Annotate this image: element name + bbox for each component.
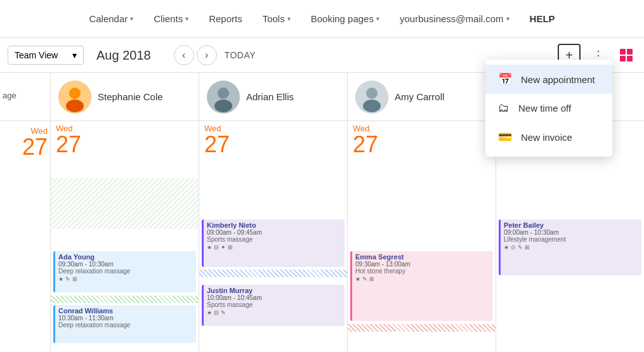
svg-point-12 <box>363 100 381 112</box>
col-stephanie[interactable]: Wed 27 Ada Young 09:30am - 10:30am Deep … <box>51 121 199 352</box>
team-view-label: Team View <box>15 50 58 60</box>
col-amy[interactable]: Wed 27 Emma Segrest 09:30am - 13:00am Ho… <box>348 121 496 352</box>
avatar-amy <box>355 81 388 114</box>
svg-rect-2 <box>620 56 626 62</box>
svg-point-5 <box>69 88 81 99</box>
svg-point-9 <box>214 100 232 112</box>
partial-col-label: age <box>0 73 50 105</box>
chevron-down-icon: ▾ <box>287 15 291 22</box>
chevron-down-icon: ▾ <box>130 15 133 22</box>
calendar-icon: 📅 <box>498 72 512 86</box>
col-name-adrian: Adrian Ellis <box>246 91 294 102</box>
event-justin-murray[interactable]: Justin Murray 10:00am - 10:45am Sports m… <box>202 285 345 326</box>
nav-help[interactable]: HELP <box>530 13 555 24</box>
today-button[interactable]: TODAY <box>225 50 256 60</box>
svg-rect-3 <box>627 56 633 62</box>
event-ada-young[interactable]: Ada Young 09:30am - 10:30am Deep relaxat… <box>53 251 196 292</box>
dropdown-menu: 📅 New appointment 🗂 New time off 💳 New i… <box>485 60 612 157</box>
col-name-stephanie: Stephanie Cole <box>98 91 163 102</box>
hatch-a-1 <box>199 270 347 277</box>
event-conrad-williams[interactable]: Conrad Williams 10:30am - 11:30am Deep r… <box>53 305 196 343</box>
col-header-amy: Amy Carroll <box>348 73 496 121</box>
month-title: Aug 2018 <box>96 48 151 63</box>
event-peter-bailey[interactable]: Peter Bailey 09:00am - 10:30am Lifestyle… <box>499 219 641 275</box>
day-num-a: 27 <box>199 133 347 159</box>
grid-view-button[interactable] <box>616 45 636 65</box>
svg-point-8 <box>218 88 229 99</box>
col-adrian[interactable]: Wed 27 Kimberly Nieto 09:00am - 09:45am … <box>199 121 348 352</box>
event-emma-segrest[interactable]: Emma Segrest 09:30am - 13:00am Hot stone… <box>350 251 493 321</box>
date-navigation: ‹ › <box>174 45 217 65</box>
hatch-am-1 <box>348 324 496 332</box>
chevron-down-icon: ▾ <box>376 15 379 22</box>
svg-rect-0 <box>620 49 626 55</box>
nav-account[interactable]: yourbusiness@mail.com ▾ <box>400 13 509 24</box>
svg-point-11 <box>366 88 378 99</box>
nav-clients[interactable]: Clients ▾ <box>154 13 188 24</box>
col-header-stephanie: Stephanie Cole <box>51 73 199 121</box>
time-column: Wed 27 <box>0 121 51 352</box>
top-nav: Calendar ▾ Clients ▾ Reports Tools ▾ Boo… <box>0 0 644 38</box>
day-num-time: 27 <box>3 136 48 161</box>
team-view-select[interactable]: Team View ▾ <box>8 46 84 65</box>
time-header-col: age <box>0 73 51 121</box>
menu-new-time-off[interactable]: 🗂 New time off <box>485 94 612 122</box>
svg-point-6 <box>66 100 84 112</box>
nav-calendar[interactable]: Calendar ▾ <box>89 13 133 24</box>
availability-block-s <box>51 178 199 229</box>
col-name-amy: Amy Carroll <box>395 91 444 102</box>
chevron-down-icon: ▾ <box>72 50 77 60</box>
nav-booking[interactable]: Booking pages ▾ <box>311 13 379 24</box>
chevron-down-icon: ▾ <box>185 15 188 22</box>
menu-new-invoice[interactable]: 💳 New invoice <box>485 122 612 152</box>
hatch-s-1 <box>51 296 199 303</box>
svg-rect-1 <box>627 49 633 55</box>
avatar-adrian <box>207 81 240 114</box>
invoice-icon: 💳 <box>498 130 512 144</box>
prev-arrow[interactable]: ‹ <box>174 45 194 65</box>
day-num-s: 27 <box>51 133 199 159</box>
nav-reports[interactable]: Reports <box>209 13 242 24</box>
event-kimberly-nieto[interactable]: Kimberly Nieto 09:00am - 09:45am Sports … <box>202 219 345 267</box>
chevron-down-icon: ▾ <box>506 15 509 22</box>
nav-tools[interactable]: Tools ▾ <box>263 13 291 24</box>
menu-new-appointment[interactable]: 📅 New appointment <box>485 65 612 94</box>
next-arrow[interactable]: › <box>197 45 217 65</box>
day-num-am: 27 <box>348 133 496 159</box>
col-header-adrian: Adrian Ellis <box>199 73 348 121</box>
avatar-stephanie <box>58 81 91 114</box>
time-off-icon: 🗂 <box>498 101 509 115</box>
